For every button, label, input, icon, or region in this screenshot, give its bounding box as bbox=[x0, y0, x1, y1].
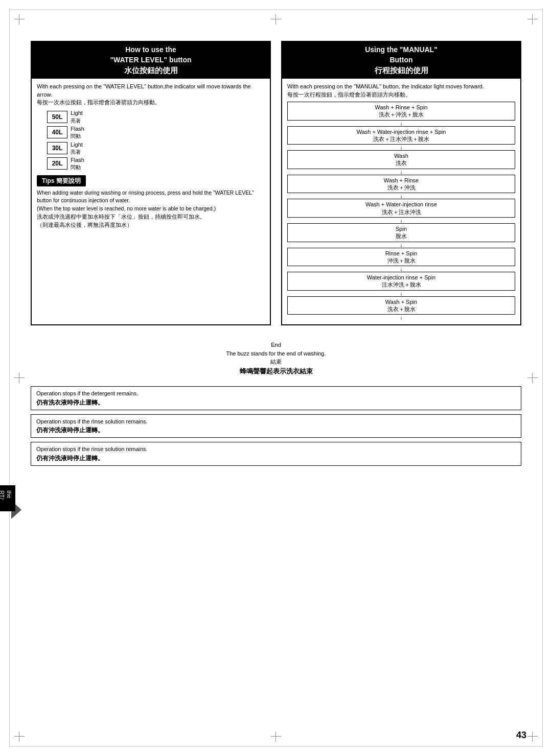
manual-intro-zh: 每按一次行程按鈕，指示燈會沿著箭頭方向移動。 bbox=[287, 91, 411, 98]
bottom-section: End The buzz stands for the end of washi… bbox=[31, 341, 521, 466]
side-tab: theRT/button助↓按鈕 bbox=[0, 485, 15, 511]
wl-intro-zh: 每按一次水位按鈕，指示燈會沿著箭頭力向移動。 bbox=[37, 99, 160, 105]
wl-box-40: 40L bbox=[47, 126, 67, 138]
water-level-column: How to use the "WATER LEVEL" button 水位按鈕… bbox=[31, 41, 271, 325]
tips-text: When adding water during washing or rins… bbox=[37, 189, 265, 229]
wl-row-50: 50L Light亮著 bbox=[47, 109, 265, 124]
cycle-zh-9: 洗衣＋脫水 bbox=[291, 305, 512, 313]
water-level-header-en2: "WATER LEVEL" button bbox=[36, 55, 266, 65]
cycle-zh-1: 洗衣＋沖洗＋脫水 bbox=[291, 111, 512, 118]
note-box-3: Operation stops if the rinse solution re… bbox=[31, 442, 521, 466]
note-zh-1: 仍有洗衣液時停止運轉。 bbox=[36, 398, 516, 407]
cycle-arrow-1: ↓ bbox=[287, 121, 515, 126]
cycle-en-7: Rinse + Spin bbox=[291, 250, 512, 257]
cycle-arrow-2: ↓ bbox=[287, 145, 515, 150]
cycle-en-4: Wash + Rinse bbox=[291, 177, 512, 184]
tips-zh: 洗衣或沖洗過程中要加水時按下「水位」按鈕，持續按住即可加水。（到達最高水位後，將… bbox=[37, 214, 205, 228]
wl-box-50: 50L bbox=[47, 111, 67, 123]
manual-header-en2: Button bbox=[286, 55, 516, 65]
water-level-body: With each pressing on the "WATER LEVEL" … bbox=[32, 79, 270, 233]
manual-button-column: Using the "MANUAL" Button 行程按鈕的使用 With e… bbox=[281, 41, 521, 325]
cycle-item-8: Water-injection rinse + Spin 注水沖洗＋脫水 bbox=[287, 272, 515, 291]
cycle-item-9: Wash + Spin 洗衣＋脫水 bbox=[287, 296, 515, 315]
wl-box-20: 20L bbox=[47, 157, 67, 170]
cycle-item-6: Spin 脫水 bbox=[287, 223, 515, 242]
cycle-en-3: Wash bbox=[291, 152, 512, 159]
manual-header-zh: 行程按鈕的使用 bbox=[286, 65, 516, 76]
water-level-header-en1: How to use the bbox=[36, 45, 266, 55]
side-tab-text: theRT/button助↓按鈕 bbox=[0, 490, 12, 506]
note-en-1: Operation stops if the detergent remains… bbox=[36, 389, 516, 398]
cycle-en-1: Wash + Rinse + Spin bbox=[291, 104, 512, 111]
manual-intro-en: With each pressing on the "MANUAL" butto… bbox=[287, 83, 484, 89]
water-level-table: 50L Light亮著 40L Flash閃動 30L Light亮著 20L … bbox=[47, 109, 265, 171]
note-box-1: Operation stops if the detergent remains… bbox=[31, 386, 521, 410]
cycle-en-2: Wash + Water-injection rinse + Spin bbox=[291, 128, 512, 135]
manual-header: Using the "MANUAL" Button 行程按鈕的使用 bbox=[282, 42, 520, 79]
tips-header: Tips 簡要說明 bbox=[37, 175, 86, 186]
cycle-item-1: Wash + Rinse + Spin 洗衣＋沖洗＋脫水 bbox=[287, 102, 515, 121]
two-columns: How to use the "WATER LEVEL" button 水位按鈕… bbox=[31, 41, 521, 325]
manual-header-en1: Using the "MANUAL" bbox=[286, 45, 516, 55]
cycle-arrow-5: ↓ bbox=[287, 218, 515, 223]
end-desc-en: The buzz stands for the end of washing. bbox=[31, 349, 521, 358]
cycle-arrow-3: ↓ bbox=[287, 169, 515, 175]
cycle-zh-7: 沖洗＋脫水 bbox=[291, 257, 512, 264]
water-level-header: How to use the "WATER LEVEL" button 水位按鈕… bbox=[32, 42, 270, 79]
cycle-en-8: Water-injection rinse + Spin bbox=[291, 274, 512, 281]
wl-row-30: 30L Light亮著 bbox=[47, 141, 265, 156]
tips-en: When adding water during washing or rins… bbox=[37, 190, 254, 212]
wl-label-50: Light亮著 bbox=[71, 109, 83, 124]
tips-box: Tips 簡要說明 When adding water during washi… bbox=[37, 175, 265, 229]
cycle-arrow-4: ↓ bbox=[287, 193, 515, 199]
cycle-arrow-8: ↓ bbox=[287, 291, 515, 296]
manual-body: With each pressing on the "MANUAL" butto… bbox=[282, 79, 520, 324]
wl-intro-en: With each pressing on the "WATER LEVEL" … bbox=[37, 83, 251, 97]
manual-intro: With each pressing on the "MANUAL" butto… bbox=[287, 83, 515, 99]
cycle-item-3: Wash 洗衣 bbox=[287, 150, 515, 169]
cycle-arrow-7: ↓ bbox=[287, 266, 515, 272]
cycle-arrow-9: ↓ bbox=[287, 315, 515, 320]
wl-label-40: Flash閃動 bbox=[71, 125, 84, 140]
cycle-zh-2: 洗衣＋注水沖洗＋脫水 bbox=[291, 135, 512, 143]
water-level-intro: With each pressing on the "WATER LEVEL" … bbox=[37, 83, 265, 106]
main-content: How to use the "WATER LEVEL" button 水位按鈕… bbox=[31, 31, 521, 470]
note-en-3: Operation stops if the rinse solution re… bbox=[36, 445, 516, 454]
note-zh-2: 仍有沖洗液時停止運轉。 bbox=[36, 426, 516, 435]
cycle-zh-5: 洗衣＋注水沖洗 bbox=[291, 208, 512, 216]
cycle-zh-8: 注水沖洗＋脫水 bbox=[291, 281, 512, 288]
cycle-en-9: Wash + Spin bbox=[291, 298, 512, 305]
cycle-item-5: Wash + Water-injection rinse 洗衣＋注水沖洗 bbox=[287, 199, 515, 218]
note-box-2: Operation stops if the rinse solution re… bbox=[31, 414, 521, 438]
cycle-item-4: Wash + Rinse 洗衣＋沖洗 bbox=[287, 175, 515, 194]
cycle-arrow-6: ↓ bbox=[287, 242, 515, 248]
note-zh-3: 仍有沖洗液時停止運轉。 bbox=[36, 454, 516, 463]
end-desc-zh: 結束 bbox=[31, 358, 521, 366]
wl-row-20: 20L Flash閃動 bbox=[47, 156, 265, 171]
page-number: 43 bbox=[516, 730, 526, 741]
wl-label-20: Flash閃動 bbox=[71, 156, 84, 171]
note-en-2: Operation stops if the rinse solution re… bbox=[36, 417, 516, 426]
cycle-en-6: Spin bbox=[291, 225, 512, 232]
end-zh-bold: 蜂鳴聲響起表示洗衣結束 bbox=[31, 366, 521, 376]
wl-box-30: 30L bbox=[47, 142, 67, 154]
cycle-zh-6: 脫水 bbox=[291, 232, 512, 240]
wl-label-30: Light亮著 bbox=[71, 141, 83, 156]
cycle-item-7: Rinse + Spin 沖洗＋脫水 bbox=[287, 248, 515, 267]
end-label: End bbox=[31, 341, 521, 349]
cycle-zh-3: 洗衣 bbox=[291, 159, 512, 167]
water-level-header-zh: 水位按鈕的使用 bbox=[36, 65, 266, 76]
end-note: End The buzz stands for the end of washi… bbox=[31, 341, 521, 376]
wl-row-40: 40L Flash閃動 bbox=[47, 125, 265, 140]
cycle-item-2: Wash + Water-injection rinse + Spin 洗衣＋注… bbox=[287, 126, 515, 145]
cycle-en-5: Wash + Water-injection rinse bbox=[291, 201, 512, 208]
cycle-zh-4: 洗衣＋沖洗 bbox=[291, 184, 512, 191]
cycle-list: Wash + Rinse + Spin 洗衣＋沖洗＋脫水 ↓ Wash + Wa… bbox=[287, 102, 515, 320]
